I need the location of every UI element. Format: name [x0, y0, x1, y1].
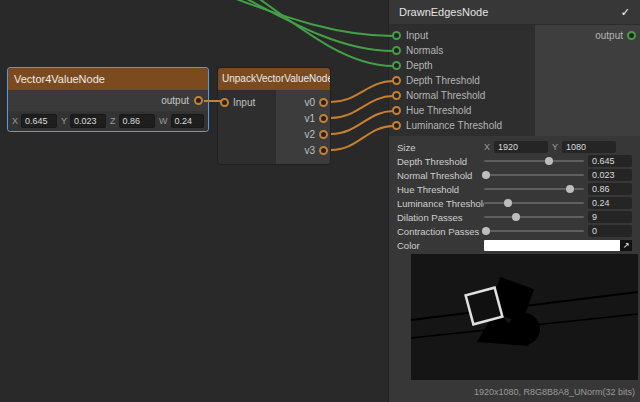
- node-unpackvectorvalue[interactable]: UnpackVectorValueNode Input v0v1v2v3: [218, 68, 330, 164]
- enabled-checkbox[interactable]: ✓: [621, 6, 630, 19]
- input-port-row: Input: [220, 94, 276, 110]
- slider-track[interactable]: [484, 216, 584, 218]
- edge-input[interactable]: [218, 0, 393, 36]
- component-label: Z: [110, 116, 116, 126]
- output-port[interactable]: [319, 114, 328, 123]
- edge-v2-hue-threshold[interactable]: [331, 111, 393, 134]
- property-label: Depth Threshold: [397, 156, 484, 167]
- edge-v0-depth-threshold[interactable]: [331, 81, 393, 102]
- input-port[interactable]: [392, 46, 401, 55]
- component-value-input[interactable]: 0.86: [119, 114, 156, 128]
- input-port[interactable]: [220, 98, 229, 107]
- vector-component-field: Y0.023: [61, 114, 106, 128]
- panel-header: DrawnEdgesNode ✓: [389, 0, 640, 25]
- output-port[interactable]: [319, 98, 328, 107]
- output-port-label: output: [595, 30, 623, 41]
- slider-value-input[interactable]: 9: [588, 211, 632, 223]
- node-title[interactable]: UnpackVectorValueNode: [218, 68, 330, 90]
- input-port[interactable]: [392, 61, 401, 70]
- outputs-column: v0v1v2v3: [276, 90, 330, 164]
- vector-fields-row: X0.645Y0.023Z0.86W0.24: [8, 111, 208, 131]
- node-body: Input v0v1v2v3: [218, 90, 330, 164]
- edge-v1-normal-threshold[interactable]: [331, 96, 393, 118]
- size-y-input[interactable]: 1080: [562, 141, 616, 153]
- component-value-input[interactable]: 0.645: [21, 114, 57, 128]
- color-row: Color ↗: [397, 238, 632, 252]
- property-label: Color: [397, 240, 484, 251]
- component-label: W: [159, 116, 168, 126]
- port-label: Normal Threshold: [406, 90, 485, 101]
- input-port-row: Depth Threshold: [389, 73, 535, 88]
- output-port[interactable]: [194, 96, 203, 105]
- port-label: v0: [304, 97, 315, 108]
- property-label: Contraction Passes: [397, 226, 484, 237]
- slider-row: Normal Threshold0.023: [397, 168, 632, 182]
- input-port-row: Input: [389, 28, 535, 43]
- output-port[interactable]: [319, 146, 328, 155]
- slider-track[interactable]: [484, 188, 584, 190]
- expand-color-icon[interactable]: ↗: [620, 240, 632, 251]
- component-value-input[interactable]: 0.24: [171, 114, 205, 128]
- input-port[interactable]: [392, 76, 401, 85]
- input-port[interactable]: [392, 106, 401, 115]
- input-port-row: Hue Threshold: [389, 103, 535, 118]
- edge-normals[interactable]: [234, 0, 393, 51]
- color-field[interactable]: ↗: [484, 240, 632, 251]
- port-label: v3: [304, 145, 315, 156]
- node-vector4value[interactable]: Vector4ValueNode output X0.645Y0.023Z0.8…: [8, 68, 208, 131]
- component-label: Y: [61, 116, 67, 126]
- port-label: Depth: [406, 60, 433, 71]
- slider-handle[interactable]: [566, 185, 574, 193]
- input-port-row: Normal Threshold: [389, 88, 535, 103]
- size-x-input[interactable]: 1920: [494, 141, 548, 153]
- component-value-input[interactable]: 0.023: [70, 114, 106, 128]
- slider-row: Depth Threshold0.645: [397, 154, 632, 168]
- output-port[interactable]: [627, 31, 636, 40]
- slider-handle[interactable]: [512, 213, 520, 221]
- input-port-row: Normals: [389, 43, 535, 58]
- slider-value-input[interactable]: 0.24: [588, 197, 632, 209]
- slider-track[interactable]: [484, 230, 584, 232]
- slider-value-input[interactable]: 0: [588, 225, 632, 237]
- slider-handle[interactable]: [482, 171, 490, 179]
- input-port[interactable]: [392, 31, 401, 40]
- slider-track[interactable]: [484, 160, 584, 162]
- node-title: DrawnEdgesNode: [399, 6, 488, 18]
- outputs-column: output: [535, 25, 640, 136]
- node-title[interactable]: Vector4ValueNode: [8, 68, 208, 90]
- slider-value-input[interactable]: 0.86: [588, 183, 632, 195]
- slider-handle[interactable]: [504, 199, 512, 207]
- slider-track[interactable]: [484, 174, 584, 176]
- node-ports-region: InputNormalsDepthDepth ThresholdNormal T…: [389, 25, 640, 136]
- edge-depth[interactable]: [250, 0, 393, 66]
- input-port-row: Depth: [389, 58, 535, 73]
- slider-row: Dilation Passes9: [397, 210, 632, 224]
- properties-section: Size X 1920 Y 1080 Depth Threshold0.645N…: [389, 136, 640, 252]
- port-label: Input: [406, 30, 428, 41]
- port-label: Luminance Threshold: [406, 120, 502, 131]
- port-label: Input: [233, 97, 255, 108]
- slider-rows: Depth Threshold0.645Normal Threshold0.02…: [397, 154, 632, 238]
- slider-handle[interactable]: [545, 157, 553, 165]
- slider-handle[interactable]: [482, 227, 490, 235]
- output-port-row: output: [535, 28, 640, 43]
- output-port-row: output: [8, 90, 208, 111]
- port-label: Normals: [406, 45, 443, 56]
- slider-value-input[interactable]: 0.645: [588, 155, 632, 167]
- property-label: Dilation Passes: [397, 212, 484, 223]
- input-port[interactable]: [392, 121, 401, 130]
- graph-canvas[interactable]: Vector4ValueNode output X0.645Y0.023Z0.8…: [0, 0, 640, 402]
- vector-component-field: Z0.86: [110, 114, 155, 128]
- y-axis-label: Y: [552, 142, 558, 152]
- slider-value-input[interactable]: 0.023: [588, 169, 632, 181]
- output-port-row: v3: [276, 142, 328, 158]
- output-port-row: v0: [276, 94, 328, 110]
- vector-component-field: X0.645: [12, 114, 57, 128]
- edge-v3-lum-threshold[interactable]: [331, 126, 393, 150]
- component-label: X: [12, 116, 18, 126]
- input-port[interactable]: [392, 91, 401, 100]
- preview-outlined-square: [466, 288, 503, 325]
- slider-track[interactable]: [484, 202, 584, 204]
- output-port[interactable]: [319, 130, 328, 139]
- vector-component-field: W0.24: [159, 114, 204, 128]
